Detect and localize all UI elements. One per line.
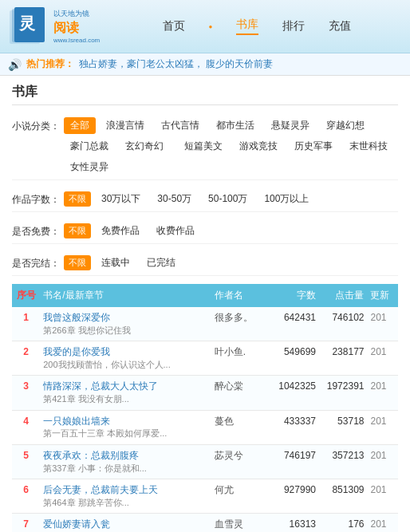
category-xuan[interactable]: 玄幻奇幻 [119,138,170,155]
table-row: 4 一只娘娘出墙来 第一百五十三章 本殿如何厚爱... 蔓色 433337 53… [12,410,398,444]
row-update: 201 [367,376,398,410]
row-views: 176 [319,514,368,532]
book-title-link[interactable]: 一只娘娘出墙来 [43,415,208,428]
col-header-author: 作者名 [211,284,269,307]
nav-ranking[interactable]: 排行 [282,19,305,33]
words-30[interactable]: 30万以下 [95,191,147,207]
nav-recharge[interactable]: 充值 [329,19,351,33]
words-100plus[interactable]: 100万以上 [258,191,315,207]
paid-works[interactable]: 收费作品 [150,223,201,239]
row-author[interactable]: 醉心棠 [211,376,269,410]
svg-text:灵: 灵 [18,14,36,32]
row-views: 53718 [319,410,368,444]
col-header-words: 字数 [268,284,319,307]
hot-link-1[interactable]: 独占娇妻，豪门老公太凶猛 [79,58,194,69]
row-book: 我曾这般深爱你 第266章 我想你记住我 [40,307,211,341]
row-views: 746102 [319,307,368,341]
marquee-area: 🔊 热门推荐： 独占娇妻，豪门老公太凶猛， 腹少的天价前妻 [0,53,410,76]
words-unlimited[interactable]: 不限 [64,191,91,207]
book-title-link[interactable]: 我爱的是你爱我 [43,345,208,359]
free-label: 是否免费： [12,223,64,238]
book-title-link[interactable]: 夜夜承欢：总裁别腹疼 [43,449,208,463]
filter-words: 作品字数： 不限 30万以下 30-50万 50-100万 100万以上 [12,187,398,212]
completed[interactable]: 已完结 [140,254,182,271]
book-title-link[interactable]: 后会无妻，总裁前夫要上天 [43,483,208,497]
row-update: 201 [367,444,398,479]
category-female[interactable]: 女性灵异 [64,159,115,175]
row-book: 一只娘娘出墙来 第一百五十三章 本殿如何厚爱... [40,410,211,444]
category-future[interactable]: 末世科技 [343,138,394,155]
row-book: 我爱的是你爱我 200我找顾蕾怡，你认识这个人... [40,341,211,376]
row-words: 927990 [268,479,319,513]
nav-library[interactable]: 书库 [236,18,258,35]
col-header-update: 更新 [367,284,398,307]
category-game[interactable]: 游戏竞技 [233,138,284,155]
nav-dot: ● [209,23,213,30]
col-header-book: 书名/最新章节 [40,284,211,307]
logo-area: 灵 以天地为镜 阅 读 www.lsread.com [0,6,104,46]
words-30-50[interactable]: 30-50万 [151,191,198,207]
serializing[interactable]: 连载中 [95,254,136,271]
row-author[interactable]: 血雪灵 [211,514,269,532]
row-update: 201 [367,479,398,513]
row-views: 1972391 [319,376,368,410]
filter-free: 是否免费： 不限 免费作品 收费作品 [12,219,398,244]
category-history[interactable]: 历史军事 [288,138,339,155]
category-urban[interactable]: 都市生活 [210,117,261,134]
row-author[interactable]: 苾灵兮 [211,444,269,479]
row-num: 4 [12,410,40,444]
row-book: 情路深深，总裁大人太快了 第421章 我没有女朋... [40,376,211,410]
row-book: 夜夜承欢：总裁别腹疼 第337章 小事：你是就和... [40,444,211,479]
book-table: 序号 书名/最新章节 作者名 字数 点击量 更新 1 我曾这般深爱你 第266章… [12,284,398,532]
complete-unlimited[interactable]: 不限 [64,255,91,270]
category-fantasy[interactable]: 穿越幻想 [320,117,371,134]
filter-complete: 是否完结： 不限 连载中 已完结 [12,250,398,276]
complete-label: 是否完结： [12,254,64,270]
free-works[interactable]: 免费作品 [95,223,146,239]
row-views: 851309 [319,479,368,513]
row-words: 16313 [268,514,319,532]
table-header: 序号 书名/最新章节 作者名 字数 点击量 更新 [12,284,398,307]
category-label: 小说分类： [12,117,64,133]
row-words: 1042325 [268,376,319,410]
main-content: 书库 小说分类： 全部 浪漫言情 古代言情 都市生活 悬疑灵异 穿越幻想 豪门总… [0,76,410,532]
category-ancient[interactable]: 古代言情 [155,117,206,134]
row-words: 746197 [268,444,319,479]
logo-reading: 阅 读 [53,19,100,37]
hot-label: 热门推荐： [26,57,74,71]
hot-links: 独占娇妻，豪门老公太凶猛， 腹少的天价前妻 [79,57,273,71]
row-author[interactable]: 叶小鱼. [211,341,269,376]
row-words: 549699 [268,341,319,376]
logo-tagline1: 以天地为镜 [53,9,100,19]
row-views: 238177 [319,341,368,376]
category-short[interactable]: 短篇美文 [178,138,229,155]
row-author[interactable]: 何尤 [211,479,269,513]
row-views: 357213 [319,444,368,479]
nav-home[interactable]: 首页 [163,19,185,33]
header: 灵 以天地为镜 阅 读 www.lsread.com 首页 ● 书库 排行 充值 [0,0,410,53]
hot-link-2[interactable]: 腹少的天价前妻 [206,58,273,69]
category-wealthy[interactable]: 豪门总裁 [64,138,115,155]
category-romance[interactable]: 浪漫言情 [100,117,151,134]
book-title-link[interactable]: 情路深深，总裁大人太快了 [43,380,208,393]
table-row: 1 我曾这般深爱你 第266章 我想你记住我 很多多。 642431 74610… [12,307,398,341]
books-list: 序号 书名/最新章节 作者名 字数 点击量 更新 1 我曾这般深爱你 第266章… [12,284,398,532]
row-book: 后会无妻，总裁前夫要上天 第464章 那跳辛苦你... [40,479,211,513]
free-unlimited[interactable]: 不限 [64,223,91,238]
table-row: 6 后会无妻，总裁前夫要上天 第464章 那跳辛苦你... 何尤 927990 … [12,479,398,513]
book-title-link[interactable]: 我曾这般深爱你 [43,311,208,325]
row-words: 433337 [268,410,319,444]
category-mystery[interactable]: 悬疑灵异 [265,117,316,134]
col-header-num: 序号 [12,284,40,307]
category-all[interactable]: 全部 [64,117,96,134]
category-options: 全部 浪漫言情 古代言情 都市生活 悬疑灵异 穿越幻想 豪门总裁 玄幻奇幻 短篇… [64,117,398,175]
chapter-info: 第266章 我想你记住我 [43,325,208,337]
row-author[interactable]: 蔓色 [211,410,269,444]
row-num: 3 [12,376,40,410]
complete-options: 不限 连载中 已完结 [64,254,182,271]
row-update: 201 [367,410,398,444]
row-author[interactable]: 很多多。 [211,307,269,341]
words-50-100[interactable]: 50-100万 [202,191,254,207]
row-words: 642431 [268,307,319,341]
book-title-link[interactable]: 爱仙娇妻请入瓮 [43,518,208,531]
